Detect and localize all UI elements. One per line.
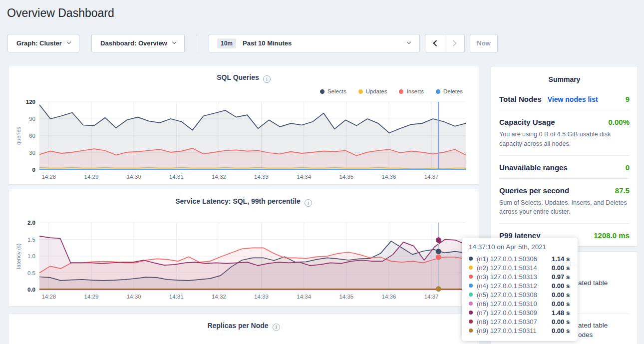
service-latency-chart[interactable]: 0.00.51.01.52.014:2814:2914:3014:3114:32… bbox=[8, 216, 479, 305]
node-dot-icon bbox=[469, 311, 473, 315]
event-row[interactable]: ated table bbox=[578, 322, 608, 329]
chevron-down-icon bbox=[172, 40, 176, 44]
summary-row-qps: Queries per second 87.5 Sum of Selects, … bbox=[499, 179, 630, 224]
svg-text:0: 0 bbox=[32, 167, 35, 173]
svg-text:90: 90 bbox=[29, 116, 35, 122]
svg-text:14:29: 14:29 bbox=[84, 174, 99, 180]
summary-row-capacity: Capacity Usage 0.00% You are using 0 B o… bbox=[499, 110, 630, 156]
event-row-line2: odes bbox=[578, 331, 593, 339]
chevron-down-icon bbox=[407, 40, 411, 44]
svg-text:120: 120 bbox=[26, 99, 35, 105]
graph-dropdown[interactable]: Graph: Cluster bbox=[7, 34, 79, 52]
svg-text:14:37: 14:37 bbox=[424, 294, 439, 300]
tooltip-row-n6: (n6) 127.0.0.1:503100.00 s bbox=[469, 299, 571, 308]
capacity-usage-description: You are using 0 B of 4.5 GiB usable disk… bbox=[499, 130, 630, 149]
node-dot-icon bbox=[469, 293, 473, 297]
legend-item-deletes[interactable]: Deletes bbox=[436, 88, 463, 94]
svg-text:14:32: 14:32 bbox=[212, 174, 226, 180]
summary-row-total-nodes: Total Nodes View nodes list 9 bbox=[499, 87, 630, 110]
legend-item-selects[interactable]: Selects bbox=[320, 88, 346, 94]
inserts-dot-icon bbox=[399, 89, 403, 94]
svg-text:1.0: 1.0 bbox=[27, 253, 35, 259]
graph-dropdown-label: Graph: Cluster bbox=[16, 39, 62, 47]
time-back-button[interactable] bbox=[425, 34, 445, 52]
svg-text:14:36: 14:36 bbox=[382, 294, 396, 300]
tooltip-timestamp: 14:37:10 on Apr 5th, 2021 bbox=[469, 243, 571, 251]
overview-dashboard-page: Overview Dashboard Graph: Cluster Dashbo… bbox=[0, 0, 644, 344]
sql-queries-title: SQL Queriesi bbox=[8, 65, 479, 83]
time-step-buttons bbox=[425, 34, 465, 52]
capacity-usage-value: 0.00% bbox=[608, 118, 630, 126]
node-dot-icon bbox=[469, 266, 473, 270]
time-range-badge: 10m bbox=[217, 38, 236, 48]
svg-text:0.5: 0.5 bbox=[27, 270, 35, 276]
svg-text:queries: queries bbox=[15, 126, 21, 145]
svg-text:14:28: 14:28 bbox=[41, 294, 56, 300]
qps-value: 87.5 bbox=[615, 186, 630, 195]
view-nodes-list-link[interactable]: View nodes list bbox=[548, 95, 598, 103]
summary-title: Summary bbox=[499, 66, 630, 87]
toolbar-divider bbox=[197, 34, 197, 52]
dashboard-dropdown[interactable]: Dashboard: Overview bbox=[91, 34, 185, 52]
svg-text:latency (s): latency (s) bbox=[15, 244, 21, 269]
node-dot-icon bbox=[469, 302, 473, 306]
svg-text:14:33: 14:33 bbox=[254, 174, 269, 180]
p99-latency-value: 1208.0 ms bbox=[594, 231, 630, 240]
tooltip-row-n9: (n9) 127.0.0.1:503110.00 s bbox=[469, 326, 571, 335]
legend-item-inserts[interactable]: Inserts bbox=[399, 88, 424, 94]
tooltip-row-n1: (n1) 127.0.0.1:503061.14 s bbox=[469, 254, 571, 263]
chart-hover-tooltip: 14:37:10 on Apr 5th, 2021 (n1) 127.0.0.1… bbox=[462, 238, 578, 341]
selects-dot-icon bbox=[320, 89, 324, 94]
time-range-label: Past 10 Minutes bbox=[243, 39, 292, 47]
now-button-label: Now bbox=[477, 39, 490, 47]
svg-text:14:31: 14:31 bbox=[169, 294, 184, 300]
svg-text:14:33: 14:33 bbox=[254, 294, 269, 300]
time-forward-button[interactable] bbox=[445, 34, 464, 52]
capacity-usage-label: Capacity Usage bbox=[499, 118, 555, 126]
tooltip-row-n3: (n3) 127.0.0.1:503130.97 s bbox=[469, 272, 571, 281]
svg-text:14:30: 14:30 bbox=[127, 294, 141, 300]
tooltip-row-n5: (n5) 127.0.0.1:503080.00 s bbox=[469, 290, 571, 299]
info-icon[interactable]: i bbox=[273, 324, 280, 331]
tooltip-row-n2: (n2) 127.0.0.1:503140.00 s bbox=[469, 263, 571, 272]
svg-text:14:32: 14:32 bbox=[212, 294, 226, 300]
legend-item-updates[interactable]: Updates bbox=[358, 88, 387, 94]
sql-queries-chart[interactable]: 030609012014:2814:2914:3014:3114:3214:33… bbox=[8, 95, 479, 185]
sql-queries-panel: SQL Queriesi Selects Updates Inserts Del… bbox=[8, 65, 479, 185]
summary-panel: Summary Total Nodes View nodes list 9 Ca… bbox=[491, 66, 638, 247]
summary-row-unavailable: Unavailable ranges 0 bbox=[499, 156, 630, 179]
info-icon[interactable]: i bbox=[305, 199, 312, 207]
service-latency-title: Service Latency: SQL, 99th percentilei bbox=[8, 189, 479, 207]
info-icon[interactable]: i bbox=[263, 75, 271, 83]
qps-description: Sum of Selects, Updates, Inserts, and De… bbox=[499, 198, 630, 217]
svg-text:14:34: 14:34 bbox=[297, 294, 311, 300]
page-title: Overview Dashboard bbox=[7, 6, 114, 20]
svg-text:1.5: 1.5 bbox=[27, 237, 35, 243]
svg-text:14:36: 14:36 bbox=[382, 174, 396, 180]
total-nodes-label: Total Nodes bbox=[499, 95, 542, 103]
total-nodes-value: 9 bbox=[626, 95, 630, 103]
updates-dot-icon bbox=[358, 89, 363, 94]
svg-text:60: 60 bbox=[29, 133, 35, 139]
event-row[interactable]: ated table bbox=[578, 279, 608, 287]
svg-text:14:35: 14:35 bbox=[339, 294, 353, 300]
chevron-down-icon bbox=[67, 40, 71, 44]
svg-text:14:37: 14:37 bbox=[424, 174, 439, 180]
node-dot-icon bbox=[469, 329, 473, 333]
chevron-left-icon bbox=[433, 40, 439, 46]
tooltip-row-n7: (n7) 127.0.0.1:503091.48 s bbox=[469, 308, 571, 317]
node-dot-icon bbox=[469, 320, 473, 324]
qps-label: Queries per second bbox=[499, 186, 569, 195]
svg-text:14:34: 14:34 bbox=[297, 174, 311, 180]
svg-text:2.0: 2.0 bbox=[27, 220, 35, 226]
sql-queries-legend: Selects Updates Inserts Deletes bbox=[320, 88, 463, 94]
unavailable-ranges-value: 0 bbox=[626, 163, 630, 172]
node-dot-icon bbox=[469, 284, 473, 288]
now-button[interactable]: Now bbox=[470, 34, 498, 52]
replicas-per-node-title: Replicas per Nodei bbox=[8, 314, 479, 331]
svg-text:14:28: 14:28 bbox=[41, 174, 56, 180]
chevron-right-icon bbox=[450, 40, 457, 46]
service-latency-panel: Service Latency: SQL, 99th percentilei 0… bbox=[8, 189, 479, 307]
tooltip-row-n8: (n8) 127.0.0.1:503070.00 s bbox=[469, 317, 571, 326]
time-range-dropdown[interactable]: 10m Past 10 Minutes bbox=[209, 34, 420, 52]
